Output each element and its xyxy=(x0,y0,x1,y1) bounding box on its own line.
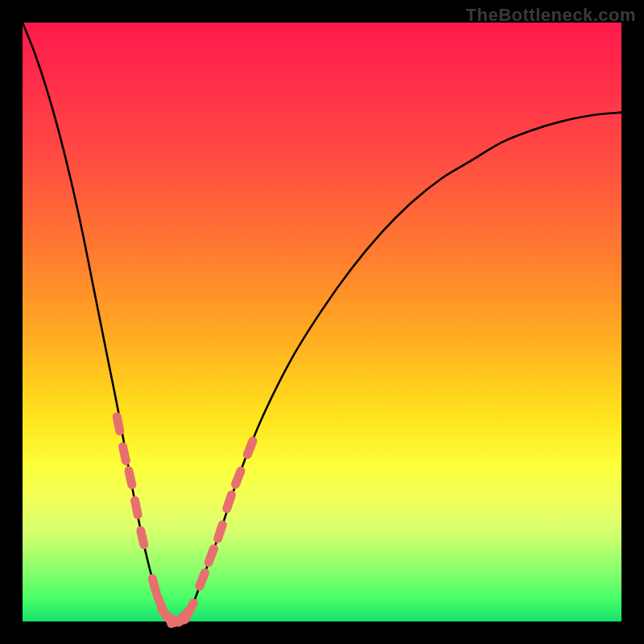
marker-group xyxy=(117,417,253,624)
marker-capsule xyxy=(187,603,193,616)
bottleneck-curve xyxy=(23,23,621,621)
plot-area xyxy=(23,23,621,621)
chart-svg xyxy=(23,23,621,621)
marker-capsule xyxy=(200,573,205,587)
marker-capsule xyxy=(218,525,223,539)
marker-capsule xyxy=(123,447,126,461)
marker-capsule xyxy=(129,471,132,485)
marker-capsule xyxy=(117,417,120,431)
marker-capsule xyxy=(141,530,144,545)
marker-capsule xyxy=(236,471,242,485)
marker-capsule xyxy=(152,579,156,592)
marker-capsule xyxy=(227,495,232,509)
marker-capsule xyxy=(247,441,253,455)
marker-capsule xyxy=(135,501,138,515)
marker-capsule xyxy=(208,549,213,563)
outer-frame: TheBottleneck.com xyxy=(0,0,644,644)
